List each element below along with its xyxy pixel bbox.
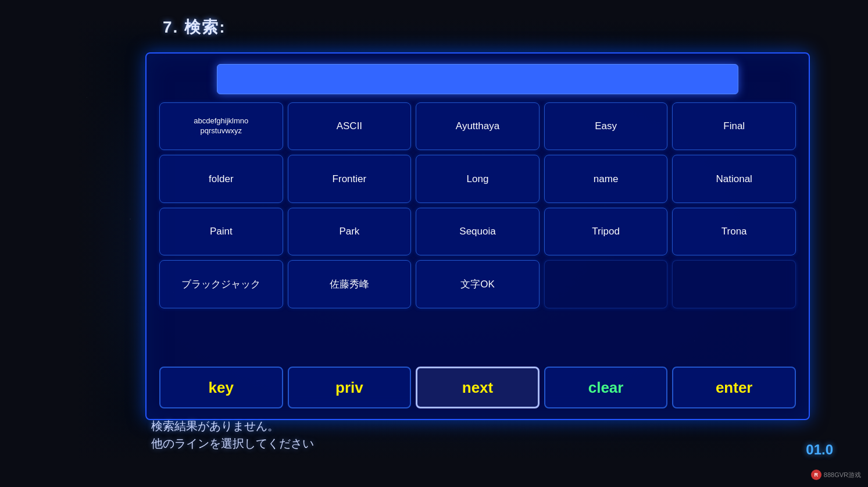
watermark-icon: R <box>811 470 821 480</box>
key-button[interactable]: key <box>159 367 283 408</box>
cockpit-top <box>0 0 868 47</box>
grid-cell-national[interactable]: National <box>672 155 796 202</box>
watermark: R 888GVR游戏 <box>811 470 861 480</box>
grid-cell-final[interactable]: Final <box>672 102 796 150</box>
status-text: 検索結果がありません。 他のラインを選択してください <box>151 417 314 452</box>
grid-cell-easy[interactable]: Easy <box>544 102 668 150</box>
priv-button[interactable]: priv <box>288 367 412 408</box>
status-line-2: 他のラインを選択してください <box>151 435 314 452</box>
grid-cell-ayutthaya[interactable]: Ayutthaya <box>416 102 540 150</box>
grid-cell-trona[interactable]: Trona <box>672 208 796 255</box>
watermark-text: 888GVR游戏 <box>824 471 861 479</box>
main-panel: abcdefghijklmno pqrstuvwxyz ASCII Ayutth… <box>145 52 810 420</box>
font-grid: abcdefghijklmno pqrstuvwxyz ASCII Ayutth… <box>159 102 796 361</box>
hud-number: 01.0 <box>806 442 833 458</box>
enter-button[interactable]: enter <box>672 367 796 408</box>
grid-cell-empty-1 <box>544 260 668 308</box>
grid-cell-park[interactable]: Park <box>288 208 412 255</box>
grid-cell-long[interactable]: Long <box>416 155 540 202</box>
cockpit-bottom <box>0 417 868 487</box>
grid-cell-folder[interactable]: folder <box>159 155 283 202</box>
status-line-1: 検索結果がありません。 <box>151 417 314 435</box>
grid-cell-tripod[interactable]: Tripod <box>544 208 668 255</box>
grid-cell-ascii[interactable]: ASCII <box>288 102 412 150</box>
grid-cell-empty-2 <box>672 260 796 308</box>
grid-cell-sato[interactable]: 佐藤秀峰 <box>288 260 412 308</box>
cockpit-left <box>0 0 128 487</box>
page-title: 7. 検索: <box>163 16 226 38</box>
grid-cell-paint[interactable]: Paint <box>159 208 283 255</box>
grid-cell-sequoia[interactable]: Sequoia <box>416 208 540 255</box>
grid-cell-alphabet[interactable]: abcdefghijklmno pqrstuvwxyz <box>159 102 283 150</box>
search-input[interactable] <box>217 64 739 94</box>
grid-cell-name[interactable]: name <box>544 155 668 202</box>
action-row: key priv next clear enter <box>159 367 796 408</box>
next-button[interactable]: next <box>416 367 540 408</box>
grid-cell-frontier[interactable]: Frontier <box>288 155 412 202</box>
grid-cell-blackjack[interactable]: ブラックジャック <box>159 260 283 308</box>
grid-cell-mojick[interactable]: 文字OK <box>416 260 540 308</box>
clear-button[interactable]: clear <box>544 367 668 408</box>
